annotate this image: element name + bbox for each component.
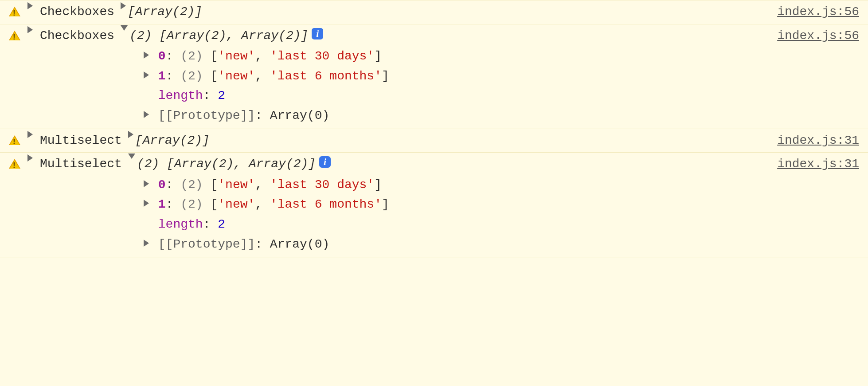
console-row: Checkboxes (2) [Array(2), Array(2)] i in… (0, 24, 868, 129)
array-item[interactable]: 1: (2) ['new', 'last 6 months'] (144, 67, 859, 87)
source-link[interactable]: index.js:56 (777, 27, 859, 45)
warning-icon (9, 135, 20, 145)
log-label: Multiselect (40, 155, 122, 173)
expand-icon[interactable] (144, 240, 149, 247)
source-link[interactable]: index.js:31 (777, 132, 859, 150)
console-row: Multiselect (2) [Array(2), Array(2)] i i… (0, 153, 868, 257)
warning-icon (9, 31, 20, 40)
warning-icon (9, 7, 20, 16)
expand-icon[interactable] (144, 111, 149, 118)
array-preview[interactable]: [Array(2)] (135, 132, 210, 150)
array-item[interactable]: 0: (2) ['new', 'last 30 days'] (144, 175, 859, 195)
expand-icon[interactable] (27, 26, 33, 33)
source-link[interactable]: index.js:31 (777, 155, 859, 173)
console-row: Multiselect [Array(2)] index.js:31 (0, 129, 868, 153)
log-label: Checkboxes (40, 3, 114, 21)
expand-object-icon[interactable] (128, 131, 133, 138)
array-preview[interactable]: (2) [Array(2), Array(2)] (137, 155, 316, 173)
expand-icon[interactable] (144, 71, 149, 79)
object-children: 0: (2) ['new', 'last 30 days'] 1: (2) ['… (144, 175, 859, 254)
expand-icon[interactable] (144, 200, 149, 207)
expand-icon[interactable] (144, 180, 149, 187)
array-item[interactable]: 1: (2) ['new', 'last 6 months'] (144, 195, 859, 215)
length-property: length: 2 (144, 86, 859, 106)
object-children: 0: (2) ['new', 'last 30 days'] 1: (2) ['… (144, 47, 859, 126)
source-link[interactable]: index.js:56 (777, 3, 859, 21)
info-icon[interactable]: i (319, 156, 331, 168)
log-label: Multiselect (40, 132, 122, 150)
expand-object-icon[interactable] (121, 2, 126, 9)
collapse-object-icon[interactable] (121, 25, 128, 31)
prototype-property[interactable]: [[Prototype]]: Array(0) (144, 235, 859, 255)
info-icon[interactable]: i (312, 28, 323, 39)
expand-icon[interactable] (27, 2, 33, 9)
collapse-object-icon[interactable] (128, 154, 135, 159)
expand-icon[interactable] (144, 51, 149, 59)
prototype-property[interactable]: [[Prototype]]: Array(0) (144, 106, 859, 126)
log-label: Checkboxes (40, 27, 114, 45)
array-preview[interactable]: (2) [Array(2), Array(2)] (129, 27, 308, 45)
length-property: length: 2 (144, 215, 859, 235)
warning-icon (9, 159, 20, 169)
array-item[interactable]: 0: (2) ['new', 'last 30 days'] (144, 47, 859, 67)
console-row: Checkboxes [Array(2)] index.js:56 (0, 0, 868, 24)
array-preview[interactable]: [Array(2)] (128, 3, 202, 21)
expand-icon[interactable] (27, 131, 33, 138)
expand-icon[interactable] (27, 154, 33, 161)
